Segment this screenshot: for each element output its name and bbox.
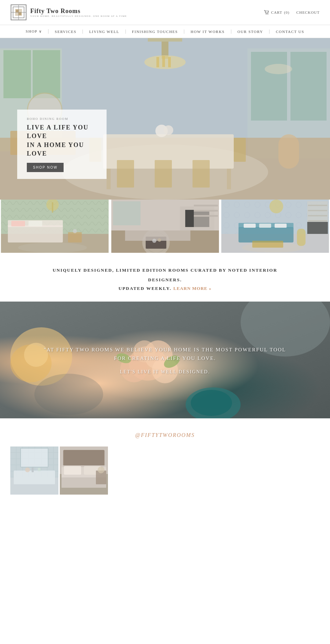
svg-rect-122 [64,466,81,475]
svg-point-99 [191,390,232,416]
svg-rect-24 [155,160,172,188]
svg-rect-82 [308,210,327,211]
svg-rect-85 [307,222,328,234]
svg-point-37 [164,125,173,135]
svg-rect-74 [244,224,256,228]
svg-rect-19 [107,169,111,189]
site-header: Fifty Two Rooms YOUR HOME. BEAUTIFULLY D… [0,0,330,25]
nav-item-how-it-works[interactable]: HOW IT WORKS [184,30,231,34]
cart-count: (0) [284,10,289,14]
hero-tagline: LIVE A LIFE YOU LOVE IN A HOME YOU LOVE [27,123,97,158]
svg-point-48 [18,242,87,253]
banner-section: "AT FIFTY TWO ROOMS WE BELIEVE YOUR HOME… [0,302,330,418]
cart-area[interactable]: CART (0) [264,10,290,15]
svg-rect-23 [117,160,134,188]
svg-point-77 [270,200,283,213]
svg-rect-6 [19,12,21,15]
banner-quote: "AT FIFTY TWO ROOMS WE BELIEVE YOUR HOME… [44,346,286,363]
svg-rect-11 [3,50,31,98]
svg-rect-42 [8,225,63,242]
svg-rect-119 [65,451,103,466]
svg-rect-72 [239,227,294,242]
svg-rect-59 [194,215,218,217]
svg-rect-114 [38,468,41,471]
svg-rect-57 [194,205,218,206]
svg-rect-83 [308,215,327,216]
svg-rect-75 [259,224,271,228]
nav-item-shop[interactable]: SHOP ∨ [20,29,48,34]
svg-rect-29 [156,57,159,67]
logo-area[interactable]: Fifty Two Rooms YOUR HOME. BEAUTIFULLY D… [10,4,127,21]
nav-item-finishing-touches[interactable]: FINISHING TOUCHES [126,30,185,34]
instagram-handle[interactable]: @FIFTYTWOROOMS [10,432,320,438]
svg-point-7 [266,14,266,14]
tagline-line1: UNIQUELY DESIGNED, LIMITED EDITION ROOMS… [21,267,309,274]
room-thumb-3[interactable] [220,200,330,253]
nav-item-our-story[interactable]: OUR STORY [231,30,270,34]
svg-rect-64 [125,230,190,241]
checkout-link[interactable]: CHECKOUT [296,10,320,14]
svg-rect-15 [290,52,327,121]
svg-rect-14 [251,52,287,121]
svg-rect-84 [308,220,327,222]
cart-icon [264,10,270,15]
svg-rect-76 [275,224,287,228]
svg-rect-86 [297,229,306,246]
svg-rect-108 [14,471,55,484]
hero-overlay-box: BOHO DINING ROOM LIVE A LIFE YOU LOVE IN… [17,110,107,179]
instagram-section: @FIFTYTWOROOMS [0,418,330,505]
logo-text-area: Fifty Two Rooms YOUR HOME. BEAUTIFULLY D… [30,8,127,18]
learn-more-link[interactable]: LEARN MORE » [173,286,211,291]
svg-rect-20 [227,169,231,189]
room-thumb-2[interactable] [110,200,220,253]
instagram-thumb-1[interactable] [10,447,58,495]
room-thumb-1[interactable] [0,200,110,253]
nav-item-contact-us[interactable]: CONTACT US [270,30,310,34]
nav-item-living-well[interactable]: LIVING WELL [83,30,125,34]
svg-point-66 [158,238,161,242]
footer-spacer [0,505,330,515]
svg-rect-22 [234,138,246,162]
svg-rect-81 [308,205,327,206]
svg-rect-58 [194,210,218,212]
hero-room-label: BOHO DINING ROOM [27,117,97,121]
nav-item-services[interactable]: SERVICES [48,30,83,34]
main-nav: SHOP ∨ SERVICES LIVING WELL FINISHING TO… [0,25,330,38]
logo-icon [10,4,27,21]
svg-rect-47 [52,202,53,213]
svg-rect-25 [192,160,210,188]
cart-label: CART [271,10,283,14]
logo-subtitle: YOUR HOME. BEAUTIFULLY DESIGNED. ONE ROO… [30,15,127,18]
banner-sub: LET'S LIVE IT WELL DESIGNED. [44,369,286,375]
svg-rect-30 [162,56,165,67]
svg-rect-44 [11,221,25,226]
header-right: CART (0) CHECKOUT [264,10,320,15]
hero-shop-button[interactable]: SHOP NOW [27,163,64,172]
svg-rect-5 [16,10,19,12]
svg-rect-45 [29,221,42,226]
banner-text: "AT FIFTY TWO ROOMS WE BELIEVE YOUR HOME… [37,339,293,382]
svg-point-50 [73,229,77,233]
svg-point-35 [265,64,292,74]
svg-point-8 [267,14,268,14]
hero-section: BOHO DINING ROOM LIVE A LIFE YOU LOVE IN… [0,38,330,200]
svg-point-126 [98,466,104,473]
svg-rect-12 [33,50,60,98]
instagram-grid [10,447,320,495]
svg-point-65 [152,239,156,243]
tagline-section: UNIQUELY DESIGNED, LIMITED EDITION ROOMS… [0,253,330,302]
room-thumbnail-grid [0,200,330,253]
svg-rect-31 [168,57,171,67]
svg-rect-111 [21,448,48,467]
svg-rect-34 [278,134,299,169]
instagram-thumb-2[interactable] [60,447,108,495]
svg-rect-49 [68,232,82,242]
svg-rect-26 [148,38,182,42]
svg-rect-79 [252,241,283,248]
svg-point-113 [25,467,30,472]
tagline-sub: UPDATED WEEKLY. LEARN MORE » [21,286,309,291]
logo-title: Fifty Two Rooms [30,8,127,15]
svg-rect-53 [113,201,141,225]
tagline-line2: DESIGNERS. [21,276,309,284]
